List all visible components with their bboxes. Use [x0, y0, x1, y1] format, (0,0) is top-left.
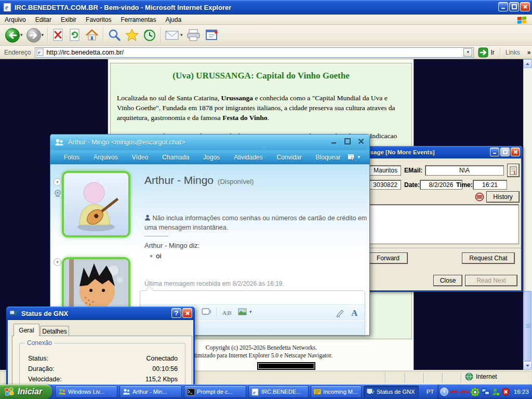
address-value[interactable]: http://irc.benedetta.com.br/: [46, 49, 463, 56]
menu-video[interactable]: Vídeo: [132, 154, 148, 161]
ie-window-title: IRC.BENEDETTA.COM.BR - Bem-vindo - Micro…: [15, 4, 231, 11]
user-info-button[interactable]: i: [507, 164, 520, 177]
email-label: EMail:: [404, 167, 422, 174]
history-button[interactable]: History: [486, 191, 520, 203]
background-dropdown-icon[interactable]: ▾: [249, 310, 252, 314]
menu-jogos[interactable]: Jogos: [203, 154, 220, 161]
time-value: 16:21: [482, 181, 498, 189]
maximize-button[interactable]: [509, 2, 519, 11]
links-chevron-icon[interactable]: »: [527, 49, 531, 56]
menu-chamada[interactable]: Chamada: [162, 154, 189, 161]
forward-button[interactable]: ▾: [24, 26, 46, 44]
search-button[interactable]: [105, 26, 123, 44]
minimize-button[interactable]: [331, 138, 337, 144]
minimize-button[interactable]: [490, 148, 499, 156]
handwriting-icon[interactable]: [336, 308, 345, 317]
tab-detalhes[interactable]: Detalhes: [40, 326, 69, 336]
gnx-window-title: Status de GNX: [21, 310, 68, 317]
mail-button[interactable]: ▾: [163, 26, 184, 44]
forward-label: Forward: [377, 255, 400, 262]
forward-dropdown-icon[interactable]: ▾: [42, 33, 44, 37]
help-button[interactable]: ?: [171, 308, 181, 318]
menu-favoritos[interactable]: Favoritos: [81, 15, 116, 25]
taskbar-button-command-prompt[interactable]: Prompt de c...: [184, 385, 246, 398]
hide-icons-chevron[interactable]: ‹: [440, 388, 448, 396]
favorites-button[interactable]: [123, 26, 141, 44]
close-button[interactable]: [358, 138, 364, 144]
menu-bloquear[interactable]: Bloquear: [316, 154, 341, 161]
messenger-online-icon[interactable]: [491, 388, 500, 396]
menu-fotos[interactable]: Fotos: [64, 154, 79, 161]
font-format-icon[interactable]: A|B: [222, 308, 236, 317]
self-avatar-options-button[interactable]: ▾: [54, 258, 61, 266]
close-message-button[interactable]: Close: [433, 275, 462, 286]
time-field[interactable]: 16:21: [473, 180, 507, 190]
taskbar-button-arthur-mingo[interactable]: Arthur - Min...: [119, 385, 182, 398]
menu-ferramentas[interactable]: Ferramentas: [116, 15, 161, 25]
toolbar-separator: [47, 28, 48, 43]
red-app-tray-icon[interactable]: [450, 388, 459, 395]
scroll-thumb[interactable]: [524, 291, 531, 361]
scroll-down-button[interactable]: [523, 361, 532, 370]
contact-avatar-options-button[interactable]: ▾: [54, 178, 61, 186]
home-button[interactable]: [83, 26, 101, 44]
start-button[interactable]: Iniciar: [0, 384, 52, 399]
tab-geral[interactable]: Geral: [14, 324, 39, 336]
address-input[interactable]: e http://irc.benedetta.com.br/ ▾: [35, 47, 474, 58]
icq-flower-icon[interactable]: [471, 388, 480, 396]
forward-button[interactable]: Forward: [368, 252, 408, 264]
red-app-tray-icon[interactable]: [460, 388, 469, 395]
network-monitors-icon[interactable]: [481, 388, 490, 396]
taskbar-button-windows-live[interactable]: Windows Liv...: [55, 385, 117, 398]
minimize-button[interactable]: [498, 2, 508, 11]
close-button[interactable]: [520, 2, 530, 11]
messenger-titlebar[interactable]: Arthur - Mingo <mingos@escargot.chat>: [50, 135, 369, 150]
text-mode-icon[interactable]: A: [350, 307, 360, 317]
tray-clock[interactable]: 16:23: [514, 389, 529, 395]
refresh-button[interactable]: [66, 26, 83, 44]
address-dropdown-button[interactable]: ▾: [463, 48, 472, 57]
history-button[interactable]: [141, 26, 158, 44]
ie-scrollbar[interactable]: [523, 59, 532, 370]
share-view-button[interactable]: ▾: [347, 153, 360, 161]
go-button[interactable]: Ir: [478, 47, 494, 58]
request-chat-button[interactable]: Request Chat: [462, 252, 515, 264]
menu-editar[interactable]: Editar: [31, 15, 56, 25]
email-field[interactable]: N\A: [425, 165, 504, 176]
security-alert-shield-icon[interactable]: [501, 388, 510, 396]
gnx-titlebar[interactable]: Status de GNX ?: [6, 307, 195, 320]
history-icon[interactable]: [475, 192, 484, 202]
taskbar-button-incoming-message[interactable]: Incoming Me...: [311, 385, 362, 398]
menu-ajuda[interactable]: Ajuda: [161, 15, 186, 25]
contact-avatar[interactable]: [62, 171, 130, 237]
background-image-icon[interactable]: [238, 308, 247, 316]
back-button[interactable]: ▾: [3, 26, 24, 44]
stop-button[interactable]: [50, 26, 66, 44]
mail-dropdown-icon[interactable]: ▾: [180, 33, 183, 37]
ie-titlebar[interactable]: e IRC.BENEDETTA.COM.BR - Bem-vindo - Mic…: [0, 0, 532, 15]
maximize-button[interactable]: [344, 138, 351, 144]
tab-geral-label: Geral: [19, 327, 34, 334]
task-label: Arthur - Min...: [132, 389, 167, 395]
menu-arquivos[interactable]: Arquivos: [94, 154, 118, 161]
close-button[interactable]: [511, 148, 520, 156]
voice-clip-icon[interactable]: [202, 308, 212, 317]
links-label[interactable]: Links: [506, 49, 520, 56]
taskbar-button-ie[interactable]: e IRC.BENEDE...: [248, 385, 309, 398]
webcam-icon: [54, 190, 61, 197]
menu-convidar[interactable]: Convidar: [277, 154, 302, 161]
edit-button[interactable]: [203, 26, 221, 44]
close-button[interactable]: [182, 308, 192, 318]
uin-value: 3030822: [373, 181, 397, 189]
menu-exibir[interactable]: Exibir: [56, 15, 81, 25]
menu-arquivo[interactable]: Arquivo: [0, 15, 31, 25]
menu-atividades[interactable]: Atividades: [234, 154, 262, 161]
scroll-up-button[interactable]: [523, 59, 532, 68]
language-indicator[interactable]: PT: [424, 387, 436, 396]
message-input[interactable]: [140, 291, 365, 304]
maximize-button[interactable]: [500, 148, 510, 156]
back-dropdown-icon[interactable]: ▾: [20, 33, 23, 37]
print-button[interactable]: [184, 26, 203, 44]
duration-value: 00:10:56: [152, 365, 178, 373]
taskbar-button-gnx-status[interactable]: Status de GNX: [364, 385, 419, 398]
